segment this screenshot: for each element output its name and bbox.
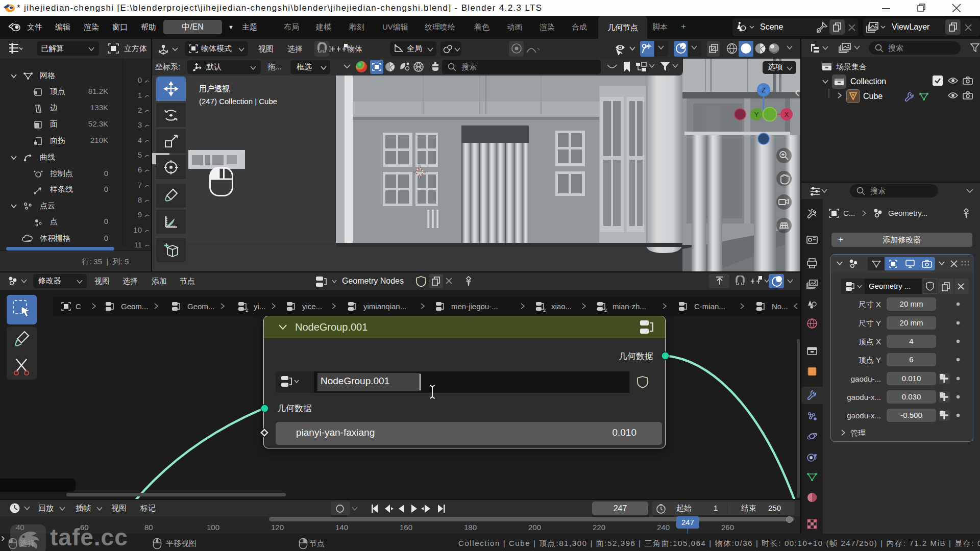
svg-text:2: 2: [543, 308, 546, 312]
svg-text:2: 2: [246, 308, 248, 312]
svg-text:Y: Y: [754, 111, 759, 118]
svg-text:(247) Collection | Cube: (247) Collection | Cube: [199, 97, 277, 106]
svg-text:X: X: [785, 111, 789, 118]
svg-text:Z: Z: [762, 86, 766, 94]
svg-text:2: 2: [604, 308, 607, 312]
svg-text:用户透视: 用户透视: [199, 84, 230, 93]
